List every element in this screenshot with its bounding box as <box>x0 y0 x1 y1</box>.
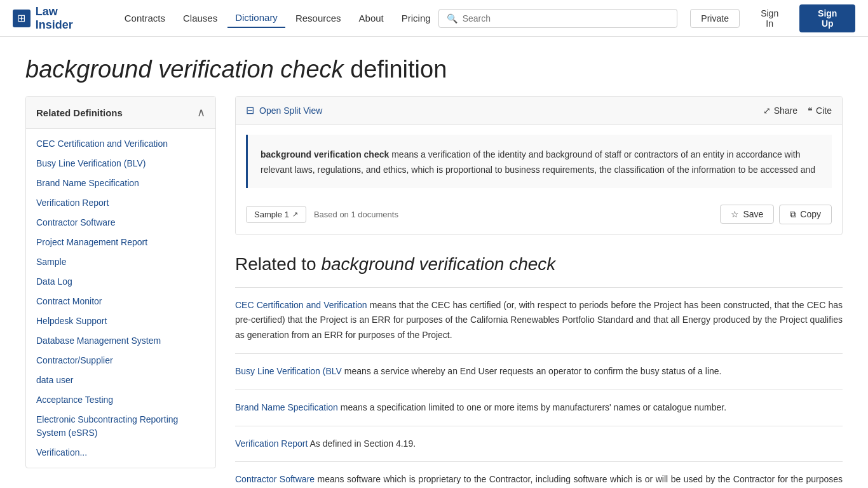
main-container: background verification check definition… <box>0 37 868 488</box>
sidebar-link-9[interactable]: Helpdesk Support <box>36 316 107 326</box>
related-title: Related to background verification check <box>235 254 843 274</box>
related-item-0: CEC Certification and Verification means… <box>235 287 843 353</box>
sidebar-toggle-icon[interactable]: ∧ <box>197 105 205 119</box>
related-link-2[interactable]: Brand Name Specification <box>235 402 338 412</box>
related-text-1: Busy Line Verification (BLV means a serv… <box>235 364 843 379</box>
list-item: Helpdesk Support <box>26 311 215 331</box>
related-content-4: means software which is proprietary to t… <box>235 474 843 488</box>
list-item: data user <box>26 370 215 390</box>
sidebar-link-15[interactable]: Verification... <box>36 447 87 458</box>
list-item: CEC Certification and Verification <box>26 134 215 154</box>
search-input[interactable] <box>463 13 670 24</box>
definition-section: ⊟ Open Split View ⤢ Share ❝ Cite <box>235 96 843 488</box>
sidebar-link-12[interactable]: data user <box>36 375 73 385</box>
split-view-icon: ⊟ <box>246 104 254 116</box>
sidebar-link-10[interactable]: Database Management System <box>36 336 161 346</box>
list-item: Electronic Subcontracting Reporting Syst… <box>26 410 215 443</box>
based-on-text: Based on 1 documents <box>314 210 398 219</box>
sidebar-title: Related Definitions <box>36 107 123 118</box>
definition-text: background verification check means a ve… <box>261 147 819 178</box>
sidebar-link-4[interactable]: Contractor Software <box>36 217 116 227</box>
related-text-0: CEC Certification and Verification means… <box>235 298 843 343</box>
definition-body: background verification check means a ve… <box>246 135 832 188</box>
cite-icon: ❝ <box>808 105 813 116</box>
card-footer-left: Sample 1 ↗ Based on 1 documents <box>246 206 398 223</box>
sidebar-link-2[interactable]: Brand Name Specification <box>36 178 139 188</box>
sidebar-link-8[interactable]: Contract Monitor <box>36 296 102 306</box>
list-item: Contractor Software <box>26 213 215 233</box>
nav-about[interactable]: About <box>351 9 391 27</box>
card-footer-right: ☆ Save ⧉ Copy <box>720 205 832 224</box>
copy-icon: ⧉ <box>790 209 796 220</box>
card-toolbar: ⊟ Open Split View ⤢ Share ❝ Cite <box>236 97 842 125</box>
share-label: Share <box>774 105 797 116</box>
related-link-0[interactable]: CEC Certification and Verification <box>235 300 367 310</box>
sidebar: Related Definitions ∧ CEC Certification … <box>25 96 216 468</box>
sidebar-link-13[interactable]: Acceptance Testing <box>36 395 113 405</box>
main-nav: Contracts Clauses Dictionary Resources A… <box>117 8 438 28</box>
content-layout: Related Definitions ∧ CEC Certification … <box>25 96 843 488</box>
list-item: Data Log <box>26 272 215 292</box>
related-text-3: Verification Report As defined in Sectio… <box>235 437 843 452</box>
list-item: Sample <box>26 252 215 272</box>
list-item: Acceptance Testing <box>26 390 215 410</box>
external-link-icon: ↗ <box>292 210 298 219</box>
list-item: Brand Name Specification <box>26 173 215 193</box>
open-split-view-label: Open Split View <box>259 105 322 116</box>
search-icon: 🔍 <box>447 13 458 24</box>
sidebar-link-5[interactable]: Project Management Report <box>36 237 147 247</box>
page-title: background verification check definition <box>25 37 843 96</box>
nav-dictionary[interactable]: Dictionary <box>227 8 285 28</box>
private-button[interactable]: Private <box>690 9 740 28</box>
logo-text: Law Insider <box>36 5 98 32</box>
sign-up-button[interactable]: Sign Up <box>799 4 855 32</box>
cite-button[interactable]: ❝ Cite <box>808 105 832 116</box>
sample-label: Sample 1 <box>254 210 289 219</box>
page-title-italic: background verification check <box>25 56 344 83</box>
share-button[interactable]: ⤢ Share <box>763 105 797 116</box>
sample-button[interactable]: Sample 1 ↗ <box>246 206 306 223</box>
list-item: Verification Report <box>26 193 215 213</box>
open-split-view-button[interactable]: ⊟ Open Split View <box>246 104 322 116</box>
list-item: Contractor/Supplier <box>26 351 215 370</box>
list-item: Project Management Report <box>26 233 215 252</box>
header-actions: Private Sign In Sign Up <box>690 4 855 32</box>
nav-contracts[interactable]: Contracts <box>117 9 173 27</box>
related-title-italic: background verification check <box>321 254 555 274</box>
related-item-3: Verification Report As defined in Sectio… <box>235 426 843 462</box>
card-footer: Sample 1 ↗ Based on 1 documents ☆ Save ⧉… <box>236 198 842 234</box>
nav-resources[interactable]: Resources <box>288 9 349 27</box>
list-item: Verification... <box>26 443 215 463</box>
related-link-3[interactable]: Verification Report <box>235 438 308 449</box>
sidebar-link-3[interactable]: Verification Report <box>36 198 109 208</box>
related-item-4: Contractor Software means software which… <box>235 461 843 488</box>
star-icon: ☆ <box>731 209 739 219</box>
nav-clauses[interactable]: Clauses <box>175 9 225 27</box>
sidebar-link-7[interactable]: Data Log <box>36 276 72 287</box>
list-item: Contract Monitor <box>26 292 215 311</box>
related-link-1[interactable]: Busy Line Verification (BLV <box>235 366 342 376</box>
header: ⊞ Law Insider Contracts Clauses Dictiona… <box>0 0 868 37</box>
list-item: Database Management System <box>26 331 215 351</box>
logo[interactable]: ⊞ Law Insider <box>13 5 98 32</box>
search-bar[interactable]: 🔍 <box>438 9 678 28</box>
related-link-4[interactable]: Contractor Software <box>235 474 315 484</box>
related-text-2: Brand Name Specification means a specifi… <box>235 400 843 416</box>
sidebar-link-11[interactable]: Contractor/Supplier <box>36 355 113 365</box>
copy-button[interactable]: ⧉ Copy <box>779 205 832 224</box>
card-actions: ⤢ Share ❝ Cite <box>763 105 832 116</box>
page-title-suffix: definition <box>344 56 447 83</box>
sidebar-link-1[interactable]: Busy Line Verification (BLV) <box>36 158 146 168</box>
sidebar-link-6[interactable]: Sample <box>36 257 66 267</box>
sidebar-link-0[interactable]: CEC Certification and Verification <box>36 139 168 149</box>
list-item: Busy Line Verification (BLV) <box>26 154 215 173</box>
sign-in-button[interactable]: Sign In <box>746 4 794 32</box>
save-button[interactable]: ☆ Save <box>720 205 774 224</box>
share-icon: ⤢ <box>763 105 771 116</box>
sidebar-header: Related Definitions ∧ <box>26 97 215 129</box>
nav-pricing[interactable]: Pricing <box>394 9 438 27</box>
copy-label: Copy <box>800 209 821 219</box>
sidebar-link-14[interactable]: Electronic Subcontracting Reporting Syst… <box>36 414 178 438</box>
definition-card: ⊟ Open Split View ⤢ Share ❝ Cite <box>235 96 843 235</box>
related-title-prefix: Related to <box>235 254 321 274</box>
